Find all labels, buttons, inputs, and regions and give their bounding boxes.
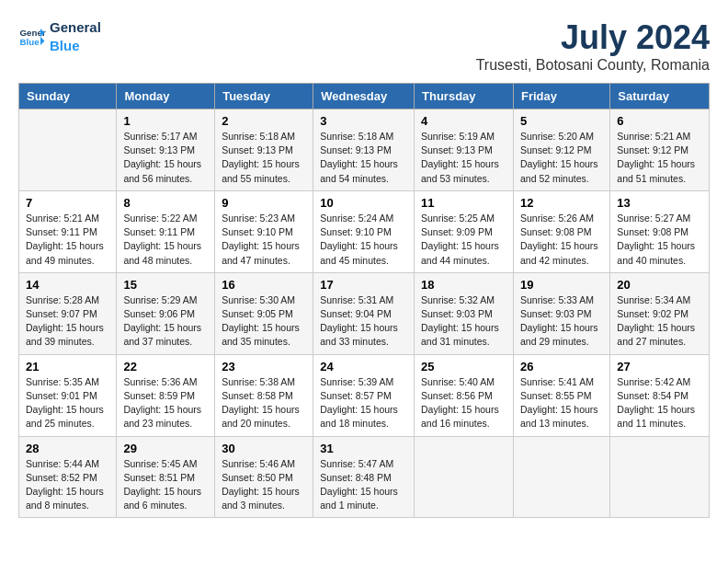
day-number: 18	[421, 278, 506, 292]
day-number: 2	[222, 114, 306, 128]
calendar-cell: 16Sunrise: 5:30 AMSunset: 9:05 PMDayligh…	[215, 272, 313, 354]
day-number: 17	[320, 278, 407, 292]
calendar-cell: 17Sunrise: 5:31 AMSunset: 9:04 PMDayligh…	[313, 272, 415, 354]
week-row-2: 7Sunrise: 5:21 AMSunset: 9:11 PMDaylight…	[19, 190, 710, 272]
calendar-cell	[19, 109, 117, 191]
day-number: 22	[123, 360, 208, 373]
day-info: Sunrise: 5:18 AMSunset: 9:13 PMDaylight:…	[222, 130, 306, 186]
day-header-sunday: Sunday	[19, 84, 117, 109]
calendar-cell	[513, 436, 609, 518]
title-section: July 2024 Trusesti, Botosani County, Rom…	[476, 18, 710, 74]
day-info: Sunrise: 5:47 AMSunset: 8:48 PMDaylight:…	[320, 457, 407, 513]
day-number: 20	[617, 278, 702, 292]
day-number: 13	[617, 196, 702, 210]
day-number: 31	[320, 442, 407, 455]
day-number: 3	[320, 114, 407, 128]
calendar-cell: 26Sunrise: 5:41 AMSunset: 8:55 PMDayligh…	[513, 354, 609, 436]
day-info: Sunrise: 5:23 AMSunset: 9:10 PMDaylight:…	[222, 212, 306, 268]
day-header-thursday: Thursday	[415, 84, 514, 109]
day-info: Sunrise: 5:27 AMSunset: 9:08 PMDaylight:…	[617, 212, 702, 268]
calendar-cell: 8Sunrise: 5:22 AMSunset: 9:11 PMDaylight…	[117, 190, 215, 272]
calendar-cell: 10Sunrise: 5:24 AMSunset: 9:10 PMDayligh…	[313, 190, 415, 272]
day-number: 10	[320, 196, 407, 210]
week-row-5: 28Sunrise: 5:44 AMSunset: 8:52 PMDayligh…	[19, 436, 710, 518]
calendar-cell: 12Sunrise: 5:26 AMSunset: 9:08 PMDayligh…	[513, 190, 609, 272]
day-info: Sunrise: 5:24 AMSunset: 9:10 PMDaylight:…	[320, 212, 407, 268]
calendar-cell: 23Sunrise: 5:38 AMSunset: 8:58 PMDayligh…	[215, 354, 313, 436]
header: General Blue General Blue July 2024 Trus…	[18, 18, 710, 74]
day-number: 30	[222, 442, 306, 455]
day-number: 6	[617, 114, 702, 128]
day-number: 15	[123, 278, 208, 292]
day-info: Sunrise: 5:44 AMSunset: 8:52 PMDaylight:…	[26, 457, 109, 513]
day-number: 1	[123, 114, 208, 128]
day-info: Sunrise: 5:45 AMSunset: 8:51 PMDaylight:…	[123, 457, 208, 513]
day-number: 29	[123, 442, 208, 455]
day-info: Sunrise: 5:28 AMSunset: 9:07 PMDaylight:…	[26, 293, 109, 350]
day-header-friday: Friday	[513, 84, 609, 109]
calendar-cell	[610, 436, 710, 518]
day-info: Sunrise: 5:41 AMSunset: 8:55 PMDaylight:…	[520, 375, 603, 431]
calendar-cell: 31Sunrise: 5:47 AMSunset: 8:48 PMDayligh…	[313, 436, 415, 518]
day-number: 23	[222, 360, 306, 373]
day-number: 21	[26, 360, 109, 373]
day-info: Sunrise: 5:20 AMSunset: 9:12 PMDaylight:…	[520, 130, 603, 186]
day-number: 12	[520, 196, 603, 210]
calendar-cell: 9Sunrise: 5:23 AMSunset: 9:10 PMDaylight…	[215, 190, 313, 272]
subtitle: Trusesti, Botosani County, Romania	[476, 57, 710, 74]
calendar-cell: 11Sunrise: 5:25 AMSunset: 9:09 PMDayligh…	[415, 190, 514, 272]
logo: General Blue General Blue	[18, 18, 101, 54]
calendar-cell: 7Sunrise: 5:21 AMSunset: 9:11 PMDaylight…	[19, 190, 117, 272]
week-row-1: 1Sunrise: 5:17 AMSunset: 9:13 PMDaylight…	[19, 109, 710, 191]
calendar-cell	[415, 436, 514, 518]
day-number: 25	[421, 360, 506, 373]
day-info: Sunrise: 5:17 AMSunset: 9:13 PMDaylight:…	[123, 130, 208, 186]
day-header-saturday: Saturday	[610, 84, 710, 109]
logo-line1: General	[50, 18, 101, 37]
header-row: SundayMondayTuesdayWednesdayThursdayFrid…	[19, 84, 710, 109]
calendar-cell: 1Sunrise: 5:17 AMSunset: 9:13 PMDaylight…	[117, 109, 215, 191]
day-info: Sunrise: 5:35 AMSunset: 9:01 PMDaylight:…	[26, 375, 109, 431]
calendar-cell: 28Sunrise: 5:44 AMSunset: 8:52 PMDayligh…	[19, 436, 117, 518]
calendar-cell: 27Sunrise: 5:42 AMSunset: 8:54 PMDayligh…	[610, 354, 710, 436]
calendar-cell: 4Sunrise: 5:19 AMSunset: 9:13 PMDaylight…	[415, 109, 514, 191]
day-info: Sunrise: 5:30 AMSunset: 9:05 PMDaylight:…	[222, 293, 306, 350]
day-header-monday: Monday	[117, 84, 215, 109]
day-number: 5	[520, 114, 603, 128]
day-number: 14	[26, 278, 109, 292]
calendar-cell: 22Sunrise: 5:36 AMSunset: 8:59 PMDayligh…	[117, 354, 215, 436]
logo-line2: Blue	[50, 37, 101, 55]
day-info: Sunrise: 5:32 AMSunset: 9:03 PMDaylight:…	[421, 293, 506, 350]
day-number: 4	[421, 114, 506, 128]
day-info: Sunrise: 5:29 AMSunset: 9:06 PMDaylight:…	[123, 293, 208, 350]
calendar-cell: 30Sunrise: 5:46 AMSunset: 8:50 PMDayligh…	[215, 436, 313, 518]
calendar-cell: 6Sunrise: 5:21 AMSunset: 9:12 PMDaylight…	[610, 109, 710, 191]
day-info: Sunrise: 5:42 AMSunset: 8:54 PMDaylight:…	[617, 375, 702, 431]
day-number: 26	[520, 360, 603, 373]
calendar-cell: 5Sunrise: 5:20 AMSunset: 9:12 PMDaylight…	[513, 109, 609, 191]
svg-text:Blue: Blue	[20, 37, 40, 47]
day-info: Sunrise: 5:18 AMSunset: 9:13 PMDaylight:…	[320, 130, 407, 186]
calendar-cell: 20Sunrise: 5:34 AMSunset: 9:02 PMDayligh…	[610, 272, 710, 354]
calendar-cell: 14Sunrise: 5:28 AMSunset: 9:07 PMDayligh…	[19, 272, 117, 354]
day-info: Sunrise: 5:39 AMSunset: 8:57 PMDaylight:…	[320, 375, 407, 431]
day-info: Sunrise: 5:38 AMSunset: 8:58 PMDaylight:…	[222, 375, 306, 431]
calendar-cell: 24Sunrise: 5:39 AMSunset: 8:57 PMDayligh…	[313, 354, 415, 436]
day-info: Sunrise: 5:25 AMSunset: 9:09 PMDaylight:…	[421, 212, 506, 268]
day-header-tuesday: Tuesday	[215, 84, 313, 109]
day-info: Sunrise: 5:19 AMSunset: 9:13 PMDaylight:…	[421, 130, 506, 186]
day-info: Sunrise: 5:34 AMSunset: 9:02 PMDaylight:…	[617, 293, 702, 350]
day-info: Sunrise: 5:33 AMSunset: 9:03 PMDaylight:…	[520, 293, 603, 350]
day-number: 8	[123, 196, 208, 210]
day-info: Sunrise: 5:26 AMSunset: 9:08 PMDaylight:…	[520, 212, 603, 268]
day-number: 24	[320, 360, 407, 373]
day-number: 16	[222, 278, 306, 292]
main-title: July 2024	[476, 18, 710, 57]
day-info: Sunrise: 5:21 AMSunset: 9:11 PMDaylight:…	[26, 212, 109, 268]
day-info: Sunrise: 5:31 AMSunset: 9:04 PMDaylight:…	[320, 293, 407, 350]
calendar-cell: 15Sunrise: 5:29 AMSunset: 9:06 PMDayligh…	[117, 272, 215, 354]
day-info: Sunrise: 5:22 AMSunset: 9:11 PMDaylight:…	[123, 212, 208, 268]
calendar-cell: 25Sunrise: 5:40 AMSunset: 8:56 PMDayligh…	[415, 354, 514, 436]
day-info: Sunrise: 5:46 AMSunset: 8:50 PMDaylight:…	[222, 457, 306, 513]
day-header-wednesday: Wednesday	[313, 84, 415, 109]
